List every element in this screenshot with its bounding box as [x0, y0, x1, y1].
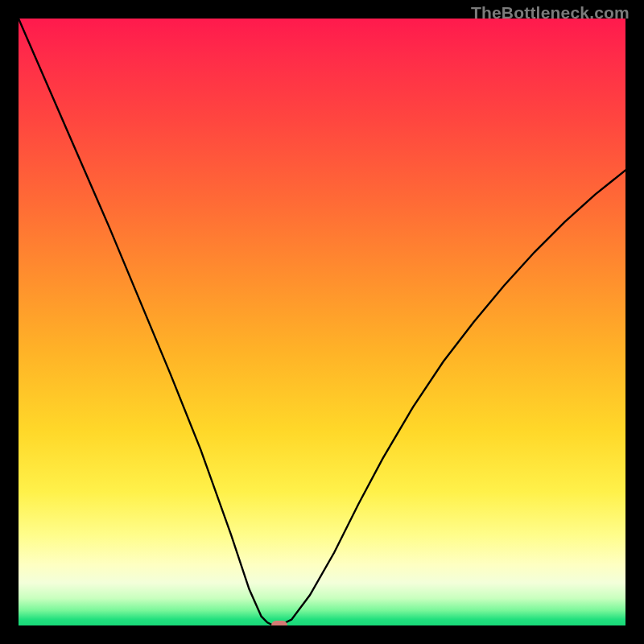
plot-area: [19, 19, 625, 625]
bottleneck-curve: [19, 19, 625, 625]
watermark-text: TheBottleneck.com: [471, 3, 630, 23]
optimum-marker: [271, 621, 287, 625]
chart-frame: TheBottleneck.com: [0, 0, 644, 644]
